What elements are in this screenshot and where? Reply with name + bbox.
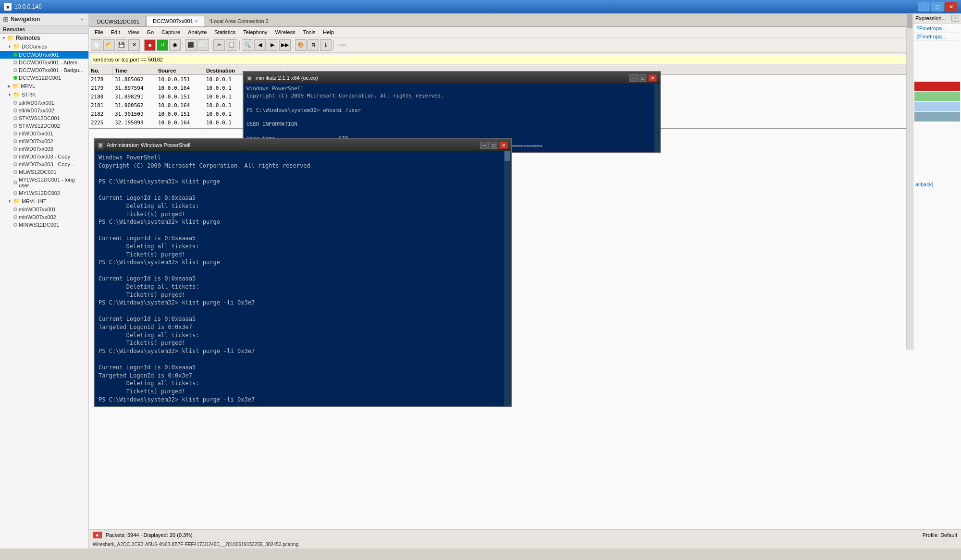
- cell-no: 2179: [89, 84, 113, 92]
- cell-no: 2182: [89, 110, 113, 118]
- mimikatz-close[interactable]: ✕: [648, 74, 657, 82]
- toolbar-capture[interactable]: ◉: [169, 39, 181, 51]
- mimikatz-scrollbar[interactable]: [654, 84, 660, 152]
- scrollbar-thumb[interactable]: [907, 14, 912, 28]
- toolbar-color[interactable]: 🎨: [295, 39, 307, 51]
- toolbar-open[interactable]: 📂: [103, 39, 115, 51]
- filepath-text: Wireshark_A2OC.2CE3-A5U6-4N63-8B7F-FEF41…: [93, 542, 298, 547]
- toolbar-fwd[interactable]: ▶: [267, 39, 278, 51]
- window-controls[interactable]: ─ □ ✕: [918, 2, 957, 12]
- remotes-root[interactable]: ▼ 📁 Remotes: [0, 34, 88, 42]
- expr-item-1[interactable]: 2Fmetropa...: [914, 24, 960, 33]
- ws-menu-edit[interactable]: Edit: [107, 28, 124, 36]
- tab-dccwd07xx001[interactable]: DCCWD07xx001 ×: [147, 16, 204, 26]
- color-block-green: [914, 92, 960, 101]
- toolbar-search[interactable]: 🔍: [242, 39, 253, 51]
- ps-scrollbar[interactable]: [504, 151, 511, 406]
- minimize-button[interactable]: ─: [918, 2, 930, 12]
- item-stkwd07xx002[interactable]: stkWD07xx002: [0, 107, 88, 114]
- ws-menu-statistics[interactable]: Statistics: [210, 28, 239, 36]
- s5: [13, 132, 17, 135]
- tab-dccws12dc001[interactable]: DCCWS12DC001: [91, 16, 146, 26]
- ps-close[interactable]: ✕: [499, 142, 508, 149]
- toolbar-fwd2[interactable]: ▶▶: [279, 39, 291, 51]
- mimikatz-minimize[interactable]: ─: [629, 74, 638, 82]
- ps-minimize[interactable]: ─: [480, 142, 489, 149]
- ps-controls[interactable]: ─ □ ✕: [480, 142, 508, 149]
- item-mylws12dc002[interactable]: MYLWS12DC002: [0, 189, 88, 197]
- item-mlwd07xx003-copy[interactable]: mlWD07xx003 - Copy: [0, 153, 88, 160]
- item-stkwd07xx001[interactable]: stkWD07xx001: [0, 99, 88, 107]
- group-dccomics[interactable]: ▼ 📁 DCComics: [0, 42, 88, 51]
- s9: [13, 162, 17, 166]
- item-dccws12dc001[interactable]: DCCWS12DC001: [0, 74, 88, 82]
- ps-scroll-thumb[interactable]: [505, 151, 510, 161]
- item-minwd07xx001[interactable]: minWD07xx001: [0, 206, 88, 213]
- item-mlwd07xx002[interactable]: mlWD07xx002: [0, 137, 88, 145]
- sidebar-pin-button[interactable]: ×: [78, 15, 86, 23]
- filter-input[interactable]: [91, 55, 959, 64]
- toolbar-scroll[interactable]: ⬛: [185, 39, 197, 51]
- item-dccwd07xx001[interactable]: DCCWD07xx001: [0, 51, 88, 59]
- connection-label: *Local Area Connection 2: [205, 16, 917, 26]
- toolbar-restart[interactable]: ↺: [157, 39, 168, 51]
- ws-menu-capture[interactable]: Capture: [158, 28, 184, 36]
- expr-add-btn[interactable]: +: [951, 15, 959, 22]
- toolbar-save[interactable]: 💾: [116, 39, 127, 51]
- toolbar-back[interactable]: ◀: [254, 39, 266, 51]
- mrvl-label: MRVL: [21, 83, 35, 89]
- ws-menu-telephony[interactable]: Telephony: [239, 28, 271, 36]
- tree-area[interactable]: ▼ 📁 Remotes ▼ 📁 DCComics DCCWD07xx001 DC…: [0, 34, 88, 548]
- toolbar-scroll2[interactable]: ⬜: [197, 39, 209, 51]
- toolbar-info[interactable]: ℹ: [320, 39, 332, 51]
- mimikatz-maximize[interactable]: □: [639, 74, 647, 82]
- cell-src: 10.0.0.151: [156, 75, 204, 84]
- expand-icon-mrvl: ▶: [8, 84, 11, 88]
- ws-menu-go[interactable]: Go: [143, 28, 158, 36]
- group-strk[interactable]: ▼ 📁 STRK: [0, 90, 88, 99]
- folder-icon: 📁: [7, 35, 14, 41]
- ws-menu-wireless[interactable]: Wireless: [271, 28, 299, 36]
- folder-mrvl: 📁: [12, 83, 19, 89]
- main-scrollbar[interactable]: [906, 13, 913, 350]
- ps-maximize[interactable]: □: [490, 142, 498, 149]
- item-mlws12dc001[interactable]: MLWS12DC001: [0, 168, 88, 176]
- toolbar-stop[interactable]: ■: [144, 39, 156, 51]
- close-button[interactable]: ✕: [945, 2, 957, 12]
- item-mylws12dc001[interactable]: MYLWS12DC001 - long user: [0, 176, 88, 189]
- toolbar-cut[interactable]: ✂: [213, 39, 225, 51]
- toolbar-resize[interactable]: ⇅: [308, 39, 319, 51]
- item-dccwd07xx001-artem[interactable]: DCCWD07xx001 - Artem: [0, 59, 88, 66]
- ws-menu-analyze[interactable]: Analyze: [184, 28, 210, 36]
- item-stkws12dc002[interactable]: STKWS12DC002: [0, 122, 88, 130]
- expression-panel: Expression... + 2Fmetropa... 2Fmetropa..…: [913, 13, 961, 350]
- expr-items: 2Fmetropa... 2Fmetropa...: [913, 24, 961, 42]
- item-mlwd07xx001[interactable]: mlWD07xx001: [0, 130, 88, 137]
- mimikatz-controls[interactable]: ─ □ ✕: [629, 74, 657, 82]
- toolbar-new[interactable]: 📄: [91, 39, 102, 51]
- item-stkws12dc001[interactable]: STKWS12DC001: [0, 114, 88, 122]
- toolbar-copy[interactable]: 📋: [226, 39, 237, 51]
- ws-menu-tools[interactable]: Tools: [299, 28, 320, 36]
- ps-body: Windows PowerShell Copyright (C) 2009 Mi…: [95, 151, 511, 406]
- item-minws12dc001[interactable]: MINWS12DC001: [0, 221, 88, 229]
- cell-src: 10.0.0.164: [156, 84, 204, 92]
- group-mrvl-int[interactable]: ▼ 📁 MRVL-INT: [0, 197, 88, 206]
- ws-menu-help[interactable]: Help: [319, 28, 338, 36]
- item-dccwd07xx001-badgu[interactable]: DCCWD07xx001 - Badgu...: [0, 66, 88, 74]
- sidebar-controls[interactable]: ×: [78, 15, 86, 23]
- expand-icon: ▼: [2, 36, 6, 40]
- toolbar-close[interactable]: ✕: [128, 39, 140, 51]
- item-minwd07xx002[interactable]: minWD07xx002: [0, 213, 88, 221]
- expr-item-2[interactable]: 2Fmetropa...: [914, 33, 960, 41]
- ws-menu-view[interactable]: View: [124, 28, 143, 36]
- tab-close-icon[interactable]: ×: [195, 19, 198, 24]
- ws-menu-file[interactable]: File: [91, 28, 107, 36]
- maximize-button[interactable]: □: [931, 2, 944, 12]
- toolbar-sep4: [239, 40, 240, 50]
- color-block-blue: [914, 112, 960, 122]
- item-mlwd07xx003[interactable]: mlWD07xx003: [0, 145, 88, 153]
- s13: [13, 207, 17, 211]
- group-mrvl[interactable]: ▶ 📁 MRVL: [0, 82, 88, 90]
- item-mlwd07xx003-copy2[interactable]: mlWD07xx003 - Copy ...: [0, 160, 88, 168]
